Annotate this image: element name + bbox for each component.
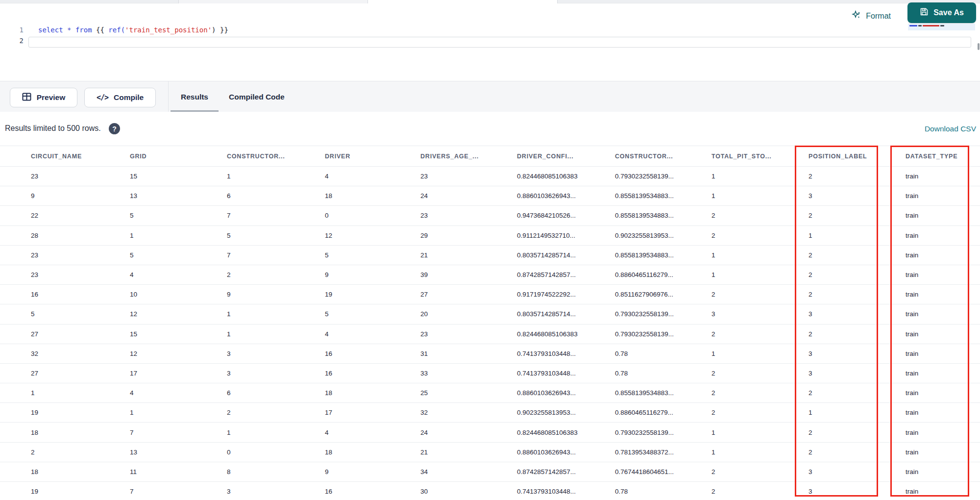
table-row: 23575210.8035714285714...0.8558139534883… [0,246,980,265]
table-cell: train [906,389,980,397]
preview-button[interactable]: Preview [10,88,77,107]
table-cell: 2 [711,488,808,495]
table-cell: 23 [31,173,130,180]
table-cell: 2 [711,370,808,377]
table-cell: 0.9112149532710... [517,232,615,239]
table-cell: 3 [808,488,906,495]
table-cell: 18 [325,449,420,456]
line-number-gutter: 1 2 [0,25,24,46]
table-cell: 23 [420,173,517,180]
table-cell: 27 [420,291,517,298]
table-cell: 2 [808,251,906,259]
table-cell: 2 [808,291,906,298]
code-token: ) [212,26,216,34]
save-as-label: Save As [933,8,964,17]
table-cell: 1 [808,232,906,239]
table-cell: 0.9023255813953... [517,409,615,416]
editor-minimap[interactable] [908,24,975,30]
compile-button[interactable]: </> Compile [84,88,156,107]
table-cell: 2 [808,429,906,436]
table-cell: 1 [711,173,808,180]
line-number: 2 [0,35,24,46]
table-cell: 12 [325,232,420,239]
table-cell: 0.78 [615,350,711,357]
table-cell: 4 [130,271,227,278]
line-number: 1 [0,25,24,35]
column-header: GRID [130,153,227,160]
table-cell: 11 [130,468,227,475]
tab-compiled-code[interactable]: Compiled Code [219,81,295,112]
table-cell: 0.7813953488372... [615,449,711,456]
code-line-1[interactable]: select * from {{ ref('train_test_positio… [38,25,228,35]
table-row: 22570230.9473684210526...0.8558139534883… [0,206,980,225]
table-cell: 30 [420,488,517,495]
save-icon [920,7,929,18]
code-token: select [38,26,63,34]
table-cell: 0.8742857142857... [517,271,615,278]
editor-scrollbar[interactable] [978,43,980,50]
code-editor[interactable]: 1 2 select * from {{ ref('train_test_pos… [0,25,980,81]
download-csv-link[interactable]: Download CSV [925,125,976,133]
table-row: 1610919270.9171974522292...0.85116279069… [0,285,980,304]
table-cell: 2 [808,271,906,278]
table-cell: 9 [227,291,325,298]
column-header: DRIVER_CONFI... [517,153,615,160]
code-token [71,26,75,34]
row-limit-note: Results limited to 500 rows. [5,124,101,133]
results-toolbar: Preview </> Compile ResultsCompiled Code [0,81,980,112]
table-cell: 0.8558139534883... [615,192,711,200]
table-cell: 27 [31,370,130,377]
table-cell: 17 [130,370,227,377]
table-cell: 2 [711,389,808,397]
table-cell: train [906,212,980,219]
save-as-button[interactable]: Save As [907,2,976,23]
table-cell: 23 [420,330,517,338]
table-row: 2717316330.7413793103448...0.7823train [0,364,980,383]
table-cell: 0.7930232558139... [615,173,711,180]
table-cell: 5 [325,310,420,318]
help-icon[interactable]: ? [109,123,120,134]
table-cell: 23 [31,271,130,278]
code-token [92,26,96,34]
table-cell: 5 [227,232,325,239]
table-cell: 2 [808,173,906,180]
table-cell: train [906,449,980,456]
table-cell: 16 [325,350,420,357]
table-cell: 16 [325,370,420,377]
table-cell: 1 [711,429,808,436]
table-row: 3212316310.7413793103448...0.7813train [0,344,980,364]
table-row: 181189340.8742857142857...0.767441860465… [0,462,980,482]
table-cell: 0.8860465116279... [615,409,711,416]
table-cell: 1 [711,192,808,200]
table-cell: 2 [808,389,906,397]
table-cell: 0.7930232558139... [615,429,711,436]
table-cell: 24 [420,192,517,200]
format-button[interactable]: Format [852,10,891,22]
table-cell: 2 [808,449,906,456]
table-cell: 3 [227,488,325,495]
table-cell: train [906,291,980,298]
table-cell: train [906,370,980,377]
editor-header: Format Save As [0,3,980,25]
column-header: CONSTRUCTOR... [615,153,711,160]
results-info-bar: Results limited to 500 rows. ? Download … [0,112,980,146]
table-cell: 10 [130,291,227,298]
table-cell: 3 [808,468,906,475]
tab-divider [178,0,179,3]
table-cell: 1 [130,232,227,239]
code-line-2-active-box[interactable] [28,37,971,48]
column-header: DATASET_TYPE [906,153,980,160]
table-cell: 2 [227,271,325,278]
table-cell: 5 [130,212,227,219]
table-cell: 7 [227,251,325,259]
table-cell: 18 [31,468,130,475]
table-cell: 2 [227,409,325,416]
table-cell: 32 [31,350,130,357]
table-cell: 2 [808,330,906,338]
table-cell: 3 [808,310,906,318]
table-cell: 2 [711,330,808,338]
table-cell: train [906,429,980,436]
table-cell: train [906,330,980,338]
code-token [63,26,67,34]
tab-results[interactable]: Results [171,81,219,112]
